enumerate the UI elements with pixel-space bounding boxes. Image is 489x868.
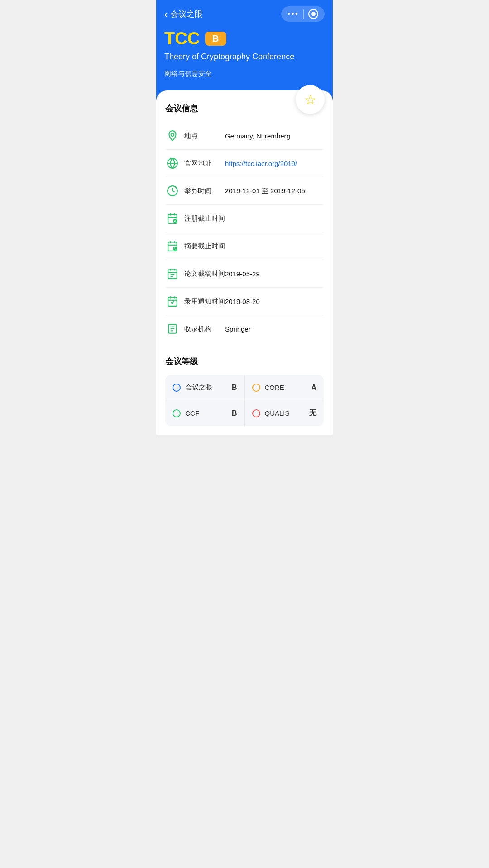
grade-section: 会议等级 会议之眼BCOREACCFBQUALIS无: [165, 356, 324, 426]
info-label: 注册截止时间: [184, 214, 225, 223]
grade-cell: CCFB: [165, 400, 245, 426]
grade-cell: 会议之眼B: [165, 375, 245, 400]
grade-grid: 会议之眼BCOREACCFBQUALIS无: [165, 375, 324, 426]
abstract-icon: [165, 239, 180, 253]
grade-cell: QUALIS无: [245, 400, 324, 426]
info-label: 地点: [184, 132, 225, 140]
info-row: 论文截稿时间2019-05-29: [165, 260, 324, 288]
info-value: Springer: [225, 325, 324, 333]
back-arrow-icon: ‹: [164, 9, 168, 19]
index-icon: [165, 322, 180, 336]
info-value: 2019-05-29: [225, 270, 324, 278]
location-icon: [165, 128, 180, 143]
info-label: 录用通知时间: [184, 297, 225, 306]
info-value: Germany, Nuremberg: [225, 132, 324, 140]
grade-row: CCFBQUALIS无: [165, 400, 324, 426]
info-list: 地点Germany, Nuremberg官网地址https://tcc.iacr…: [165, 122, 324, 342]
info-value: 2019-08-20: [225, 298, 324, 305]
top-bar: ‹ 会议之眼 •••: [164, 0, 325, 29]
grade-dot-icon: [173, 384, 181, 392]
info-row: 摘要截止时间: [165, 232, 324, 260]
info-label: 论文截稿时间: [184, 270, 225, 278]
main-content: 会议信息 地点Germany, Nuremberg官网地址https://tcc…: [156, 90, 333, 435]
reg-icon: [165, 211, 180, 226]
svg-rect-17: [168, 297, 177, 306]
info-label: 收录机构: [184, 325, 225, 333]
conf-category: 网络与信息安全: [164, 70, 325, 78]
info-row: 举办时间2019-12-01 至 2019-12-05: [165, 177, 324, 205]
grade-value: B: [232, 384, 237, 392]
website-icon: [165, 156, 180, 171]
grade-cell: COREA: [245, 375, 324, 400]
grade-org-label: 会议之眼: [185, 383, 212, 392]
svg-point-0: [171, 133, 174, 137]
time-icon: [165, 184, 180, 198]
notify-icon: [165, 294, 180, 308]
header: ‹ 会议之眼 ••• TCC B Theory of Cryptography …: [156, 0, 333, 100]
info-row: 收录机构Springer: [165, 315, 324, 342]
grade-org-label: CCF: [185, 409, 199, 417]
grade-dot-icon: [252, 384, 260, 392]
grade-dot-icon: [173, 409, 181, 417]
info-label: 举办时间: [184, 187, 225, 195]
more-icon[interactable]: •••: [288, 9, 299, 19]
info-row: 录用通知时间2019-08-20: [165, 288, 324, 315]
conf-full-name: Theory of Cryptography Conference: [164, 52, 325, 62]
conf-abbr: TCC: [164, 29, 200, 48]
star-button[interactable]: ☆: [296, 85, 325, 114]
record-icon[interactable]: [308, 9, 318, 19]
info-row: 注册截止时间: [165, 205, 324, 232]
divider: [303, 9, 304, 19]
info-value[interactable]: https://tcc.iacr.org/2019/: [225, 160, 324, 167]
paper-icon: [165, 266, 180, 281]
grade-value: 无: [309, 408, 316, 418]
grade-row: 会议之眼BCOREA: [165, 375, 324, 400]
info-label: 官网地址: [184, 159, 225, 168]
grade-value: A: [311, 384, 316, 392]
info-value: 2019-12-01 至 2019-12-05: [225, 187, 324, 195]
svg-rect-13: [168, 270, 177, 279]
top-right-controls: •••: [281, 6, 325, 22]
back-button[interactable]: ‹ 会议之眼: [164, 9, 203, 19]
app-title: 会议之眼: [170, 9, 203, 19]
grade-org-label: QUALIS: [265, 409, 290, 417]
info-label: 摘要截止时间: [184, 242, 225, 251]
star-icon: ☆: [304, 92, 316, 108]
info-row: 地点Germany, Nuremberg: [165, 122, 324, 150]
grade-badge: B: [205, 32, 226, 46]
record-inner: [311, 12, 316, 16]
grade-value: B: [232, 409, 237, 417]
grade-org-label: CORE: [265, 384, 284, 391]
grade-section-title: 会议等级: [165, 356, 324, 367]
conf-title-row: TCC B: [164, 29, 325, 48]
info-row: 官网地址https://tcc.iacr.org/2019/: [165, 150, 324, 177]
grade-dot-icon: [252, 409, 260, 417]
